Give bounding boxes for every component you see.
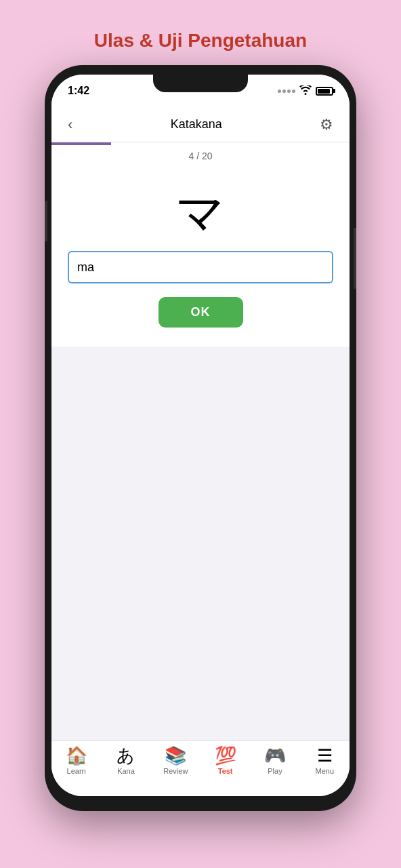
play-icon: 🎮	[264, 747, 286, 764]
tab-learn-label: Learn	[67, 767, 86, 775]
wifi-icon	[299, 85, 312, 97]
content-area: マ OK	[51, 168, 350, 741]
review-icon: 📚	[165, 747, 186, 764]
signal-icon	[278, 90, 295, 93]
tab-test-label: Test	[218, 767, 233, 775]
ok-button[interactable]: OK	[159, 297, 243, 328]
battery-icon	[316, 87, 333, 96]
nav-bar: ‹ Katakana ⚙	[51, 107, 350, 142]
side-button-left	[45, 201, 47, 241]
tab-test[interactable]: 💯 Test	[202, 747, 249, 775]
tab-play[interactable]: 🎮 Play	[251, 747, 299, 775]
kana-icon: あ	[117, 747, 135, 764]
progress-text: 4 / 20	[51, 145, 350, 168]
learn-icon: 🏠	[66, 747, 87, 764]
status-time: 1:42	[68, 85, 89, 97]
tab-review[interactable]: 📚 Review	[152, 747, 199, 775]
progress-bar-container	[51, 142, 350, 145]
phone-shell: 1:42 ‹ K	[45, 65, 356, 811]
tab-play-label: Play	[268, 767, 282, 775]
quiz-card: マ OK	[51, 168, 350, 347]
tab-kana[interactable]: あ Kana	[102, 747, 150, 775]
tab-review-label: Review	[163, 767, 188, 775]
nav-title: Katakana	[171, 117, 222, 132]
status-icons	[278, 85, 333, 97]
tab-bar: 🏠 Learn あ Kana 📚 Review 💯 Test 🎮 Play ☰	[51, 741, 350, 796]
content-spacer	[51, 347, 350, 741]
tab-menu[interactable]: ☰ Menu	[301, 747, 348, 775]
tab-kana-label: Kana	[117, 767, 135, 775]
test-icon: 💯	[215, 747, 236, 764]
back-button[interactable]: ‹	[68, 116, 72, 134]
kana-character: マ	[175, 189, 226, 237]
notch	[153, 75, 248, 92]
answer-input[interactable]	[68, 251, 333, 283]
side-button-right	[354, 228, 356, 289]
screen: 1:42 ‹ K	[51, 75, 350, 796]
menu-icon: ☰	[317, 747, 333, 764]
tab-menu-label: Menu	[316, 767, 335, 775]
progress-bar-fill	[51, 142, 111, 145]
tab-learn[interactable]: 🏠 Learn	[53, 747, 100, 775]
settings-button[interactable]: ⚙	[320, 116, 333, 134]
page-background-title: Ulas & Uji Pengetahuan	[94, 30, 307, 52]
